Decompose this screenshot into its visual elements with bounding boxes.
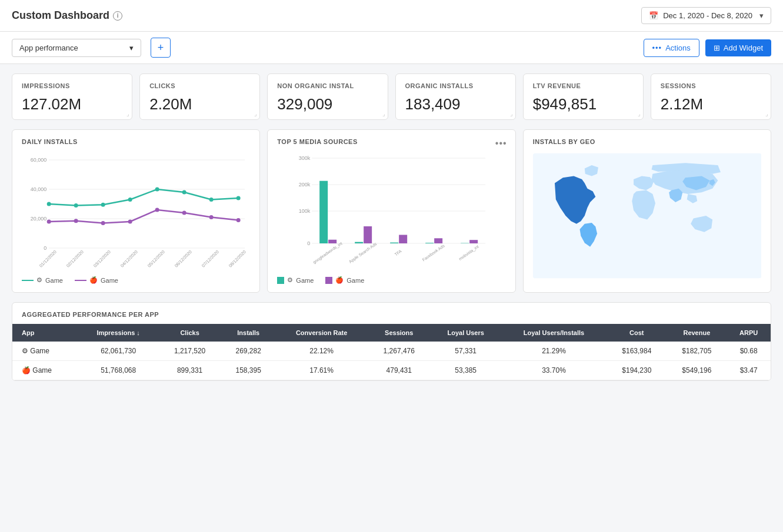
- table-header-cell: Sessions: [368, 324, 431, 342]
- kpi-label: CLICKS: [149, 82, 250, 89]
- table-header-cell: Loyal Users: [431, 324, 501, 342]
- svg-point-11: [128, 198, 132, 202]
- revenue-cell: $182,705: [667, 342, 727, 361]
- arpu-cell: $0.68: [727, 342, 771, 361]
- main-content: IMPRESSIONS 127.02M ⌟ CLICKS 2.20M ⌟ NON…: [0, 64, 783, 390]
- kpi-label: IMPRESSIONS: [22, 82, 122, 89]
- loyal-users-cell: 53,385: [431, 361, 501, 380]
- resize-handle[interactable]: ⌟: [765, 111, 768, 117]
- kpi-value: 183,409: [405, 95, 506, 113]
- table-header-row: AppImpressions ↓ClicksInstallsConversion…: [12, 324, 771, 342]
- svg-point-22: [209, 215, 214, 219]
- actions-label: Actions: [665, 44, 691, 52]
- svg-text:06/12/2020: 06/12/2020: [174, 249, 193, 269]
- world-map: [533, 151, 761, 280]
- kpi-label: ORGANIC INSTALLS: [405, 82, 506, 89]
- top5-menu-icon[interactable]: •••: [495, 138, 507, 149]
- top5-media-chart: 300k 200k 100k 0: [277, 151, 505, 270]
- arpu-cell: $3.47: [727, 361, 771, 380]
- top5-legend-apple: 🍎 Game: [325, 276, 364, 284]
- daily-installs-title: DAILY INSTALLS: [22, 138, 250, 145]
- loyal-installs-cell: 33.70%: [501, 361, 607, 380]
- resize-handle[interactable]: ⌟: [126, 111, 129, 117]
- svg-rect-46: [425, 243, 434, 243]
- add-widget-icon: ⊞: [714, 44, 720, 52]
- svg-point-13: [182, 190, 186, 195]
- resize-handle[interactable]: ⌟: [382, 111, 385, 117]
- svg-rect-47: [434, 238, 442, 243]
- date-range-label: Dec 1, 2020 - Dec 8, 2020: [663, 11, 752, 20]
- svg-point-15: [236, 196, 241, 200]
- svg-text:07/12/2020: 07/12/2020: [201, 249, 220, 269]
- chevron-down-icon: ▾: [759, 11, 764, 20]
- svg-text:0: 0: [44, 245, 46, 251]
- table-header-cell: Loyal Users/Installs: [501, 324, 607, 342]
- kpi-card: NON ORGANIC INSTAL 329,009 ⌟: [267, 73, 388, 120]
- svg-text:100k: 100k: [299, 208, 311, 214]
- sessions-cell: 479,431: [368, 361, 431, 380]
- clicks-cell: 899,331: [158, 361, 221, 380]
- kpi-label: LTV REVENUE: [533, 82, 634, 89]
- svg-rect-44: [390, 243, 398, 243]
- table-header-cell: ARPU: [727, 324, 771, 342]
- svg-text:40,000: 40,000: [31, 186, 47, 192]
- svg-rect-43: [364, 226, 372, 243]
- installs-by-geo-title: INSTALLS BY GEO: [533, 138, 761, 145]
- svg-point-19: [128, 220, 132, 224]
- app-performance-dropdown[interactable]: App performance ▾: [12, 39, 141, 57]
- svg-point-18: [101, 221, 105, 225]
- daily-installs-chart: 60,000 40,000 20,000 0: [22, 151, 250, 270]
- sub-header-actions: ••• Actions ⊞ Add Widget: [644, 39, 772, 57]
- clicks-cell: 1,217,520: [158, 342, 221, 361]
- conv-rate-cell: 17.61%: [275, 361, 367, 380]
- svg-rect-42: [355, 242, 363, 243]
- dashboard-title: Custom Dashboard: [12, 9, 109, 22]
- add-widget-label: Add Widget: [724, 44, 763, 52]
- svg-point-20: [155, 208, 159, 212]
- svg-point-16: [47, 220, 51, 224]
- top5-media-title: TOP 5 MEDIA SOURCES: [277, 138, 505, 145]
- dashboard-title-container: Custom Dashboard i: [12, 9, 122, 22]
- date-range-picker[interactable]: 📅 Dec 1, 2020 - Dec 8, 2020 ▾: [641, 7, 771, 24]
- cost-cell: $163,984: [607, 342, 667, 361]
- daily-installs-card: DAILY INSTALLS 60,000 40,000 20,000 0: [12, 129, 260, 293]
- top-header: Custom Dashboard i 📅 Dec 1, 2020 - Dec 8…: [0, 0, 783, 32]
- svg-text:08/12/2020: 08/12/2020: [228, 249, 247, 269]
- top5-media-card: TOP 5 MEDIA SOURCES ••• 300k 200k 100k 0: [267, 129, 515, 293]
- svg-text:200k: 200k: [299, 182, 311, 188]
- sessions-cell: 1,267,476: [368, 342, 431, 361]
- resize-handle[interactable]: ⌟: [638, 111, 641, 117]
- table-header-cell: Impressions ↓: [78, 324, 158, 342]
- resize-handle[interactable]: ⌟: [254, 111, 257, 117]
- dropdown-chevron-icon: ▾: [129, 44, 134, 52]
- loyal-installs-cell: 21.29%: [501, 342, 607, 361]
- resize-handle[interactable]: ⌟: [510, 111, 513, 117]
- top5-legend: ⚙ Game 🍎 Game: [277, 276, 505, 284]
- kpi-value: 2.12M: [661, 95, 761, 113]
- add-widget-button[interactable]: ⊞ Add Widget: [705, 39, 771, 56]
- svg-text:01/12/2020: 01/12/2020: [38, 249, 58, 269]
- sub-header: App performance ▾ + ••• Actions ⊞ Add Wi…: [0, 32, 783, 64]
- svg-point-10: [101, 203, 105, 207]
- daily-installs-legend: ⚙ Game 🍎 Game: [22, 276, 250, 284]
- kpi-card: LTV REVENUE $949,851 ⌟: [523, 73, 644, 120]
- svg-text:0: 0: [307, 240, 310, 246]
- kpi-card: CLICKS 2.20M ⌟: [139, 73, 260, 120]
- svg-point-21: [182, 211, 186, 215]
- svg-text:20,000: 20,000: [31, 216, 47, 222]
- add-tab-button[interactable]: +: [151, 38, 171, 58]
- svg-text:Apple Search Ads: Apple Search Ads: [348, 242, 378, 265]
- svg-text:Facebook Ads: Facebook Ads: [422, 243, 446, 262]
- performance-table: AppImpressions ↓ClicksInstallsConversion…: [12, 324, 771, 380]
- cost-cell: $194,230: [607, 361, 667, 380]
- installs-cell: 269,282: [221, 342, 275, 361]
- table-row: 🍎 Game 51,768,068 899,331 158,395 17.61%…: [12, 361, 771, 380]
- actions-button[interactable]: ••• Actions: [644, 39, 699, 57]
- legend-item-apple: 🍎 Game: [75, 276, 118, 284]
- svg-point-17: [74, 219, 78, 223]
- svg-rect-45: [399, 235, 407, 244]
- svg-point-14: [209, 198, 214, 202]
- kpi-card: ORGANIC INSTALLS 183,409 ⌟: [395, 73, 516, 120]
- svg-text:TFA: TFA: [394, 249, 403, 256]
- info-icon[interactable]: i: [113, 11, 122, 21]
